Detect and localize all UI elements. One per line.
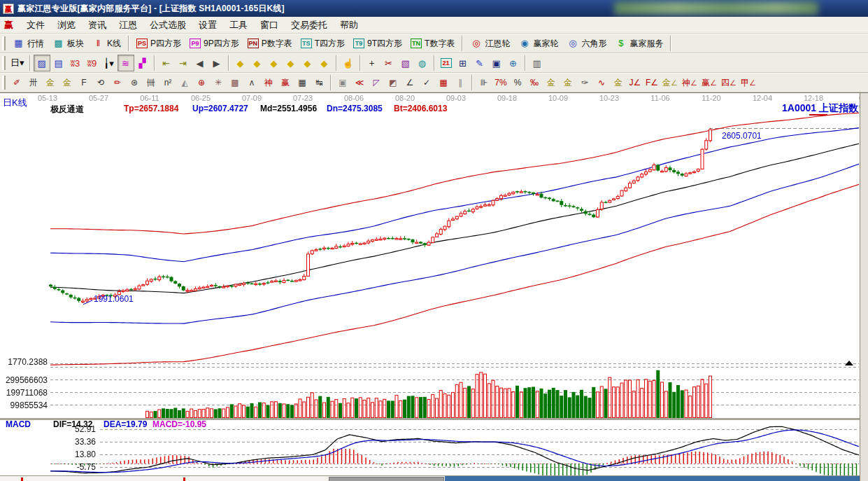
width-measure-icon[interactable]: ↹ [311, 74, 327, 91]
diamond-right-icon[interactable]: ◆ [249, 55, 266, 71]
menu-item-7[interactable]: 窗口 [254, 18, 285, 33]
tool-box-icon[interactable]: ▧ [397, 55, 414, 71]
candle-style-dropdown-icon[interactable]: ╽▾ [101, 55, 118, 71]
fib-grid-icon[interactable]: F [76, 74, 92, 91]
menu-item-5[interactable]: 设置 [192, 18, 223, 33]
j-angle-icon[interactable]: J∠ [627, 74, 643, 91]
jia-angle-icon[interactable]: 甲∠ [739, 74, 758, 91]
toolbar-button-hexagon[interactable]: ◎六角形 [562, 35, 611, 52]
toolbar-grip[interactable] [2, 56, 6, 70]
net-download-icon[interactable]: ⊕ [505, 55, 522, 71]
menu-item-9[interactable]: 帮助 [334, 18, 364, 33]
k-mark-icon[interactable]: ʌ [243, 74, 260, 91]
first-page-icon[interactable]: ⇤ [158, 55, 175, 71]
draw-brush-icon[interactable]: ✐ [8, 74, 25, 91]
percent-icon[interactable]: % [509, 74, 526, 91]
menu-item-3[interactable]: 江恩 [113, 18, 143, 33]
main-layout-toggle-icon[interactable]: ▨ [34, 55, 50, 71]
parallel-lines-icon[interactable]: ∥ [452, 74, 469, 91]
measure-tool-icon[interactable]: ✂ [380, 55, 397, 71]
gold-circle-icon[interactable]: 金 [543, 74, 560, 91]
si-angle-icon[interactable]: 四∠ [719, 74, 739, 91]
scrollbar-thumb[interactable] [329, 477, 444, 481]
ying-angle-icon[interactable]: 赢∠ [699, 74, 719, 91]
last-page-icon[interactable]: ⇥ [175, 55, 192, 71]
time-comb-icon[interactable]: 卌 [143, 74, 159, 91]
bars-3-icon[interactable]: ʬ3 [67, 55, 84, 71]
n-square-icon[interactable]: n² [159, 74, 176, 91]
menu-item-2[interactable]: 资讯 [82, 18, 113, 33]
calendar-21-icon[interactable]: 21 [438, 55, 455, 71]
toolbar-button-t-square[interactable]: TST四方形 [297, 35, 349, 52]
print-icon[interactable]: ▥ [529, 55, 546, 71]
toolbar-button-9t-square[interactable]: T99T四方形 [349, 35, 406, 52]
toolbar-button-quotes[interactable]: ▦行情 [8, 35, 48, 52]
shen-angle-icon[interactable]: 神∠ [680, 74, 699, 91]
prev-page-icon[interactable]: ◀ [192, 55, 208, 71]
menu-item-6[interactable]: 工具 [223, 18, 254, 33]
diamond-v-expand-icon[interactable]: ◆ [299, 55, 316, 71]
gold-hlines-icon[interactable]: 金 [560, 74, 576, 91]
brush-2-icon[interactable]: ✏ [109, 74, 126, 91]
toolbar-button-p-square[interactable]: PSP四方形 [132, 35, 185, 52]
notes-icon[interactable]: ✎ [471, 55, 488, 71]
web-box-2-icon[interactable]: ◩ [385, 74, 401, 91]
toolbar-button-winner-service[interactable]: $赢家服务 [611, 35, 667, 52]
percent-lines-icon[interactable]: ‰ [526, 74, 543, 91]
diamond-h-compress-icon[interactable]: ◆ [283, 55, 299, 71]
crosshair-icon[interactable]: ＋ [364, 55, 380, 71]
shen-grid-icon[interactable]: 神 [260, 74, 277, 91]
angle-lines-icon[interactable]: ∠ [401, 74, 418, 91]
band-view-icon[interactable]: ≋ [118, 55, 134, 71]
frame-select-icon[interactable]: ▣ [334, 74, 351, 91]
web-box-icon[interactable]: ▩ [227, 74, 243, 91]
menu-item-4[interactable]: 公式选股 [143, 18, 192, 33]
wave-check-icon[interactable]: ✓ [418, 74, 435, 91]
calculator-icon[interactable]: ⊞ [455, 55, 471, 71]
spiral-tool-icon[interactable]: ⟲ [92, 74, 109, 91]
time-grid-icon[interactable]: 卅 [25, 74, 42, 91]
horizontal-scrollbar[interactable] [0, 475, 860, 481]
fan-box-icon[interactable]: ◸ [368, 74, 385, 91]
mirror-angle-icon[interactable]: ◭ [176, 74, 193, 91]
f-angle-icon[interactable]: F∠ [643, 74, 660, 91]
fan-lines-icon[interactable]: ≪ [351, 74, 368, 91]
circle-cycle-icon[interactable]: ⊛ [126, 74, 143, 91]
menu-item-1[interactable]: 浏览 [51, 18, 82, 33]
menu-item-0[interactable]: 文件 [20, 18, 51, 33]
menu-item-8[interactable]: 交易委托 [285, 18, 334, 33]
toolbar-button-winner-wheel[interactable]: ◉赢家轮 [514, 35, 562, 52]
brush-candle-icon[interactable]: ✑ [576, 74, 593, 91]
gold-angle-icon[interactable]: 金∠ [660, 74, 680, 91]
diamond-h-expand-icon[interactable]: ◆ [266, 55, 283, 71]
toolbar-button-t-number-table[interactable]: TNT数字表 [406, 35, 459, 52]
next-page-icon[interactable]: ▶ [208, 55, 225, 71]
radial-web-icon[interactable]: ✳ [210, 74, 227, 91]
dense-grid-icon[interactable]: ▦ [435, 74, 452, 91]
number-grid-icon[interactable]: ▦ [294, 74, 311, 91]
gold-ratio-grid-2-icon[interactable]: 金 [59, 74, 76, 91]
save-icon[interactable]: ▣ [488, 55, 505, 71]
color-histogram-icon[interactable]: ▞ [134, 55, 151, 71]
ying-grid-icon[interactable]: 赢 [277, 74, 294, 91]
smart-analysis-icon[interactable]: ◍ [414, 55, 431, 71]
period-day-dropdown-icon[interactable]: 日▾ [8, 55, 27, 71]
toolbar-grip[interactable] [2, 36, 6, 50]
diamond-left-icon[interactable]: ◆ [232, 55, 249, 71]
bars-9-icon[interactable]: ʬ9 [84, 55, 101, 71]
toolbar-button-p-number-table[interactable]: PNP数字表 [243, 35, 297, 52]
diamond-v-compress-icon[interactable]: ◆ [316, 55, 333, 71]
toolbar-button-9p-square[interactable]: P99P四方形 [185, 35, 243, 52]
scale-column-icon[interactable]: ⊪ [476, 74, 492, 91]
gold-line-icon[interactable]: 金 [610, 74, 627, 91]
toolbar-button-kline[interactable]: ǁK线 [88, 35, 125, 52]
toolbar-button-sectors[interactable]: ▩板块 [48, 35, 88, 52]
wave-tool-icon[interactable]: ∿ [593, 74, 610, 91]
seven-percent-icon[interactable]: 7% [492, 74, 509, 91]
toolbar-button-gann-wheel[interactable]: ◎江恩轮 [466, 35, 514, 52]
drag-hand-icon[interactable]: ☝ [340, 55, 357, 71]
gold-ratio-grid-icon[interactable]: 金 [42, 74, 59, 91]
toolbar-grip[interactable] [2, 76, 6, 90]
target-cross-icon[interactable]: ⊕ [193, 74, 210, 91]
info-view-icon[interactable]: ▤ [50, 55, 67, 71]
